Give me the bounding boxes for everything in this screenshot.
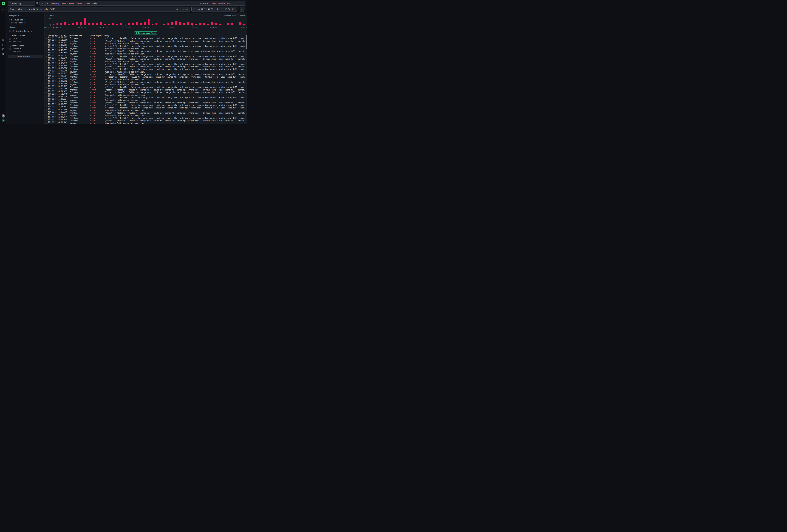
histogram-bar[interactable]: [199, 23, 201, 25]
table-row[interactable]: ❯Jun 11 1:56:03.254 PMfrontenderror×{"co…: [45, 76, 246, 78]
select-clause-input[interactable]: SELECT Timestamp, ServiceName, SeverityT…: [40, 1, 203, 5]
row-expand-chevron-icon[interactable]: ❯: [45, 76, 48, 78]
row-expand-chevron-icon[interactable]: ❯: [45, 112, 48, 114]
histogram-bar[interactable]: [171, 22, 173, 25]
histogram-bar[interactable]: [163, 24, 165, 25]
histogram-bar[interactable]: [68, 24, 70, 25]
histogram-bar[interactable]: [128, 23, 130, 25]
language-toggle[interactable]: SQL | Lucene: [175, 8, 188, 10]
histogram-bar[interactable]: [88, 23, 90, 25]
sidebar-toggle-icon[interactable]: [2, 9, 4, 12]
orderby-input[interactable]: ORDER BY TimestampTime DESC: [199, 1, 245, 5]
histogram-bar[interactable]: [191, 23, 193, 25]
histogram-bar[interactable]: [183, 23, 185, 25]
table-row[interactable]: ❯Jun 11 1:56:03.252 PMfrontenderror{"cod…: [45, 81, 246, 83]
row-expand-chevron-icon[interactable]: ❯: [45, 92, 48, 93]
histogram-bar[interactable]: [96, 23, 98, 25]
histogram-bar[interactable]: [64, 22, 66, 25]
histogram-bar[interactable]: [219, 24, 221, 25]
load-more-button[interactable]: Load more: [9, 40, 44, 42]
table-row[interactable]: ❯Jun 11 1:55:16.296 PMpaymenterrorVisa c…: [45, 109, 246, 112]
col-header-severitytext[interactable]: SeverityText: [90, 35, 104, 37]
table-row[interactable]: ❯Jun 11 1:56:03.248 PMpaymenterrorVisa c…: [45, 78, 246, 81]
histogram-bar[interactable]: [239, 22, 240, 25]
histogram-bar[interactable]: [76, 22, 78, 25]
row-expand-chevron-icon[interactable]: ❯: [45, 118, 48, 119]
row-expand-chevron-icon[interactable]: ❯: [45, 102, 48, 104]
infrastructure-nav-icon[interactable]: [2, 48, 4, 50]
row-expand-chevron-icon[interactable]: ❯: [45, 48, 48, 49]
row-expand-chevron-icon[interactable]: ❯: [45, 84, 48, 85]
search-logs-nav-icon[interactable]: [2, 39, 4, 41]
row-expand-chevron-icon[interactable]: ❯: [45, 50, 48, 52]
histogram-bar[interactable]: [179, 22, 181, 25]
table-row[interactable]: ❯Jun 11 1:56:08.948 PMpaymenterrorVisa c…: [45, 70, 246, 73]
table-row[interactable]: ❯Jun 11 1:55:39.330 PMfrontenderror{"cod…: [45, 102, 246, 104]
table-row[interactable]: ❯Jun 11 1:56:32.848 PMfrontenderror{"cod…: [45, 65, 246, 68]
analysis-mode-results-table[interactable]: Results Table: [9, 18, 44, 21]
table-row[interactable]: ❯Jun 11 1:56:42.995 PMpaymenterrorVisa c…: [45, 47, 246, 50]
table-row[interactable]: ❯Jun 11 1:55:51.454 PMfrontenderror×{"co…: [45, 96, 246, 99]
table-row[interactable]: ❯Jun 11 1:55:39.331 PMfrontenderror×{"co…: [45, 104, 246, 107]
histogram-bar[interactable]: [203, 23, 205, 25]
filter-checkbox[interactable]: [9, 38, 11, 40]
table-row[interactable]: ❯Jun 11 1:55:07.841 PMfrontenderror×{"co…: [45, 117, 246, 120]
chart-explorer-nav-icon[interactable]: [2, 43, 4, 46]
histogram-bar[interactable]: [72, 23, 74, 25]
table-row[interactable]: ❯Jun 11 1:55:51.452 PMfrontenderror{"cod…: [45, 91, 246, 94]
histogram-bar[interactable]: [168, 23, 169, 25]
row-expand-chevron-icon[interactable]: ❯: [45, 79, 48, 81]
table-options-kebab-icon[interactable]: ⋮: [243, 35, 246, 37]
table-row[interactable]: ❯Jun 11 1:55:59.767 PMfrontenderror×{"co…: [45, 86, 246, 89]
denoise-checkbox[interactable]: [9, 30, 11, 32]
col-header-servicename[interactable]: ServiceName: [70, 35, 89, 37]
user-avatar[interactable]: U: [2, 119, 5, 122]
table-row[interactable]: ❯Jun 11 1:55:16.302 PMfrontenderror×{"co…: [45, 107, 246, 109]
row-expand-chevron-icon[interactable]: ❯: [45, 43, 48, 44]
table-row[interactable]: ❯Jun 11 1:55:59.760 PMpaymenterrorVisa c…: [45, 83, 246, 86]
col-header-body[interactable]: Body: [105, 35, 243, 37]
table-row[interactable]: ❯Jun 11 1:56:08.956 PMfrontenderror×{"co…: [45, 68, 246, 70]
histogram-bar[interactable]: [243, 24, 244, 25]
table-scrollbar[interactable]: [246, 34, 247, 124]
more-filters-button[interactable]: More filters: [8, 55, 43, 58]
row-expand-chevron-icon[interactable]: ❯: [45, 89, 48, 91]
load-more-button[interactable]: Load more: [9, 51, 44, 53]
lang-sql-option[interactable]: SQL: [175, 8, 179, 10]
histogram-bar[interactable]: [80, 22, 82, 25]
table-row[interactable]: ❯Jun 11 1:55:39.324 PMpaymenterrorVisa c…: [45, 99, 246, 101]
row-expand-chevron-icon[interactable]: ❯: [45, 123, 48, 124]
histogram-bar[interactable]: [195, 24, 197, 25]
histogram-bar[interactable]: [57, 23, 58, 25]
filter-checkbox[interactable]: [9, 48, 11, 50]
row-expand-chevron-icon[interactable]: ❯: [45, 63, 48, 65]
table-row[interactable]: ❯Jun 11 1:56:08.955 PMfrontenderror{"cod…: [45, 73, 246, 76]
histogram-bar[interactable]: [120, 23, 122, 25]
histogram-bar[interactable]: [187, 22, 189, 25]
histogram-bar[interactable]: [231, 23, 233, 25]
run-query-button[interactable]: ▷: [240, 7, 244, 12]
table-row[interactable]: ❯Jun 11 1:56:38.542 PMfrontenderror×{"co…: [45, 55, 246, 58]
source-settings-gear-icon[interactable]: [36, 2, 38, 5]
table-row[interactable]: ❯Jun 11 1:56:51.982 PMfrontenderror×{"co…: [45, 37, 246, 40]
source-selector[interactable]: Demo Logs: [8, 1, 35, 5]
histogram-bar[interactable]: [132, 23, 134, 25]
scrollbar-thumb[interactable]: [246, 35, 247, 49]
row-expand-chevron-icon[interactable]: ❯: [45, 74, 48, 75]
table-row[interactable]: ❯Jun 11 1:54:52.241 PMpaymenterrorVisa c…: [45, 122, 246, 124]
filter-option-info[interactable]: info: [9, 38, 44, 40]
histogram-bar[interactable]: [215, 23, 217, 25]
histogram-bar[interactable]: [227, 23, 229, 25]
row-expand-chevron-icon[interactable]: ❯: [45, 58, 48, 60]
histogram-bar[interactable]: [140, 23, 142, 25]
help-button[interactable]: ?: [2, 114, 5, 118]
row-expand-chevron-icon[interactable]: ❯: [45, 45, 48, 47]
row-expand-chevron-icon[interactable]: ❯: [45, 115, 48, 116]
histogram-bar[interactable]: [152, 24, 153, 25]
histogram-bar[interactable]: [148, 19, 150, 25]
row-expand-chevron-icon[interactable]: ❯: [45, 53, 48, 55]
analysis-mode-event-patterns[interactable]: Event Patterns: [9, 21, 44, 24]
histogram-bar[interactable]: [52, 24, 55, 25]
histogram-bar[interactable]: [116, 24, 118, 25]
table-row[interactable]: ❯Jun 11 1:56:43.001 PMfrontenderror×{"co…: [45, 45, 246, 47]
